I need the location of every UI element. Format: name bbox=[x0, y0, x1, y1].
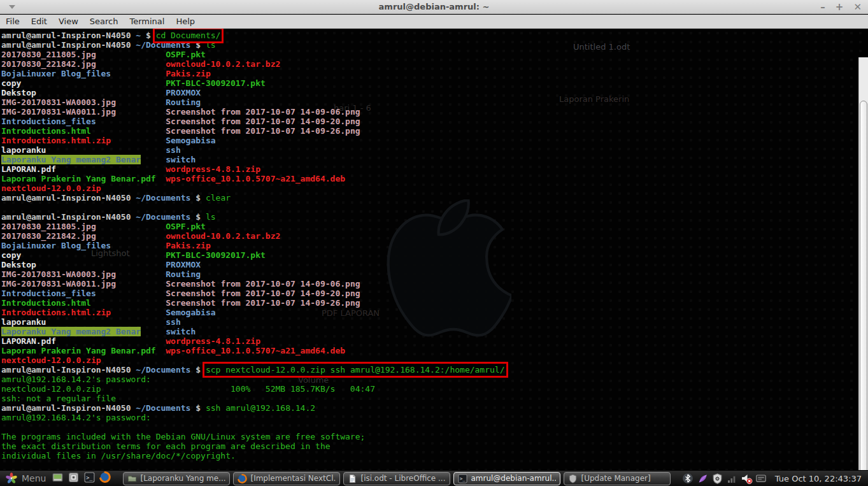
window-button-title: amrul@debian-amrul... bbox=[471, 474, 556, 483]
terminal-line: Laporan Prakerin Yang Benar.pdf wps-offi… bbox=[1, 174, 858, 183]
terminal-line: ssh: not a regular file bbox=[1, 394, 858, 403]
terminal-line: Introductions.html Screenshot from 2017-… bbox=[1, 298, 858, 308]
terminal-line: copy PKT-BLC-30092017.pkt bbox=[1, 250, 858, 260]
annotation-box: cd Documents/ bbox=[156, 31, 221, 40]
menu-button[interactable]: Menu bbox=[3, 471, 48, 486]
mint-pinwheel-icon bbox=[5, 472, 18, 485]
titlebar[interactable]: amrul@debian-amrul: ~ –+✕ bbox=[0, 0, 868, 14]
terminal-line: the exact distribution terms for each pr… bbox=[1, 441, 858, 451]
svg-text:>_: >_ bbox=[86, 474, 93, 480]
taskbar-window-button[interactable]: [Implementasi NextCl... bbox=[233, 472, 340, 485]
menu-item-file[interactable]: File bbox=[0, 15, 25, 27]
terminal-launcher-launcher[interactable]: >_ bbox=[83, 472, 96, 485]
window-shade-icon[interactable] bbox=[9, 5, 15, 9]
menu-item-search[interactable]: Search bbox=[84, 15, 124, 27]
terminal-line: laporanku ssh bbox=[1, 317, 858, 327]
terminal-line: IMG-20170831-WA0003.jpg Routing bbox=[1, 269, 858, 279]
menu-label: Menu bbox=[22, 473, 46, 483]
terminal-line: copy PKT-BLC-30092017.pkt bbox=[1, 78, 858, 88]
annotation-box: scp nextcloud-12.0.0.zip ssh amrul@192.1… bbox=[206, 365, 505, 375]
folder-icon bbox=[127, 474, 137, 483]
firefox-launcher-launcher[interactable] bbox=[99, 472, 111, 485]
terminal-line: amrul@amrul-Inspiron-N4050 ~/Documents $… bbox=[1, 403, 858, 413]
screenshot-tool-icon bbox=[68, 472, 79, 485]
terminal-line: LAPORAN.pdf wordpress-4.8.1.zip bbox=[1, 164, 858, 174]
window-button-title: [isi.odt - LibreOffice ... bbox=[360, 474, 445, 483]
terminal-line: IMG-20170831-WA0011.jpg Screenshot from … bbox=[1, 279, 858, 289]
firefox-icon bbox=[238, 474, 247, 483]
menu-item-edit[interactable]: Edit bbox=[25, 15, 53, 27]
terminal-line: 20170830_221842.jpg owncloud-10.0.2.tar.… bbox=[1, 59, 858, 69]
taskbar: Menu >_ [Laporanku Yang me...[Implementa… bbox=[0, 470, 868, 486]
terminal-line: 20170830_211805.jpg OSPF.pkt bbox=[1, 50, 858, 59]
terminal-line: nextcloud-12.0.0.zip 100% 52MB 185.7KB/s… bbox=[1, 384, 858, 394]
terminal-line: individual files in /usr/share/doc/*/cop… bbox=[1, 451, 858, 461]
terminal-line bbox=[1, 422, 858, 432]
terminal-output: amrul@amrul-Inspiron-N4050 ~ $ cd Docume… bbox=[1, 31, 858, 461]
terminal-line: amrul@amrul-Inspiron-N4050 ~/Documents $… bbox=[1, 193, 858, 203]
close-button[interactable]: ✕ bbox=[853, 0, 862, 14]
firefox-launcher-icon bbox=[99, 471, 111, 485]
terminal-line: 20170830_211805.jpg OSPF.pkt bbox=[1, 222, 858, 231]
shield-gear-icon[interactable] bbox=[711, 473, 723, 485]
menu-item-view[interactable]: View bbox=[53, 15, 84, 27]
terminal-line: nextcloud-12.0.0.zip bbox=[1, 355, 858, 365]
signal-bars-icon[interactable] bbox=[726, 473, 738, 485]
screenshot-tool-launcher[interactable] bbox=[67, 472, 80, 485]
document-icon bbox=[348, 474, 357, 483]
terminal-scrollbar[interactable] bbox=[858, 57, 868, 470]
taskbar-clock[interactable]: Tue Oct 10, 22:43:37 bbox=[775, 474, 862, 483]
terminal-line: The programs included with the Debian GN… bbox=[1, 432, 858, 441]
terminal-window[interactable]: Untitled 1.odtLaporan Prakerinhari 1 - 6… bbox=[0, 29, 868, 470]
menu-item-terminal[interactable]: Terminal bbox=[124, 15, 170, 27]
svg-text:>_: >_ bbox=[460, 476, 466, 482]
terminal-line: amrul@amrul-Inspiron-N4050 ~/Documents $… bbox=[1, 212, 858, 222]
terminal-line: amrul@amrul-Inspiron-N4050 ~ $ cd Docume… bbox=[1, 31, 858, 40]
system-tray bbox=[682, 473, 767, 485]
terminal-line: 20170830_221842.jpg owncloud-10.0.2.tar.… bbox=[1, 231, 858, 241]
terminal-line: Dekstop PROXMOX bbox=[1, 88, 858, 97]
taskbar-window-button[interactable]: >_amrul@debian-amrul... bbox=[453, 472, 560, 485]
shield-icon bbox=[568, 474, 578, 483]
window-controls: –+✕ bbox=[820, 0, 862, 14]
terminal-line: amrul@amrul-Inspiron-N4050 ~/Documents $… bbox=[1, 365, 858, 375]
taskbar-window-button[interactable]: [Laporanku Yang me... bbox=[123, 472, 230, 485]
terminal-line: amrul@amrul-Inspiron-N4050 ~/Documents $… bbox=[1, 40, 858, 50]
show-desktop-launcher[interactable] bbox=[51, 472, 64, 485]
terminal-line: LAPORAN.pdf wordpress-4.8.1.zip bbox=[1, 336, 858, 346]
message-indicator-icon[interactable] bbox=[755, 473, 767, 485]
maximize-button[interactable]: + bbox=[836, 0, 844, 14]
terminal-launcher-icon: >_ bbox=[84, 472, 95, 485]
terminal-line: BojaLinuxer Blog_files Pakis.zip bbox=[1, 69, 858, 78]
terminal-line: Laporanku Yang memang2 Benar switch bbox=[1, 327, 858, 336]
window-title: amrul@debian-amrul: ~ bbox=[379, 2, 490, 11]
terminal-line: nextcloud-12.0.0.zip bbox=[1, 183, 858, 193]
terminal-line: Introductions.html Screenshot from 2017-… bbox=[1, 126, 858, 136]
taskbar-window-button[interactable]: [isi.odt - LibreOffice ... bbox=[343, 472, 450, 485]
terminal-line: Introductions.html.zip Semogabisa bbox=[1, 308, 858, 317]
terminal-line: Introductions_files Screenshot from 2017… bbox=[1, 289, 858, 298]
terminal-line: Introductions.html.zip Semogabisa bbox=[1, 136, 858, 145]
terminal-icon: >_ bbox=[458, 474, 467, 483]
show-desktop-icon bbox=[52, 472, 63, 485]
terminal-line: amrul@192.168.14.2's password: bbox=[1, 413, 858, 422]
window-button-title: [Update Manager] bbox=[581, 474, 650, 483]
terminal-line bbox=[1, 203, 858, 212]
terminal-line: IMG-20170831-WA0011.jpg Screenshot from … bbox=[1, 107, 858, 117]
bluetooth-icon[interactable] bbox=[682, 473, 694, 485]
minimize-button[interactable]: – bbox=[820, 0, 825, 14]
menu-item-help[interactable]: Help bbox=[170, 15, 201, 27]
terminal-line: Dekstop PROXMOX bbox=[1, 260, 858, 269]
scrollbar-thumb[interactable] bbox=[860, 101, 867, 470]
window-button-title: [Laporanku Yang me... bbox=[140, 474, 225, 483]
terminal-line: Laporanku Yang memang2 Benar switch bbox=[1, 155, 858, 164]
taskbar-window-button[interactable]: [Update Manager] bbox=[564, 472, 671, 485]
terminal-line: amrul@192.168.14.2's password: bbox=[1, 375, 858, 384]
menubar: FileEditViewSearchTerminalHelp bbox=[0, 15, 868, 29]
window-button-title: [Implementasi NextCl... bbox=[250, 474, 336, 483]
terminal-line: laporanku ssh bbox=[1, 145, 858, 155]
terminal-line: Introductions_files Screenshot from 2017… bbox=[1, 117, 858, 126]
feather-icon[interactable] bbox=[697, 473, 709, 485]
terminal-line: IMG-20170831-WA0003.jpg Routing bbox=[1, 97, 858, 107]
volume-muted-icon[interactable] bbox=[741, 473, 753, 485]
